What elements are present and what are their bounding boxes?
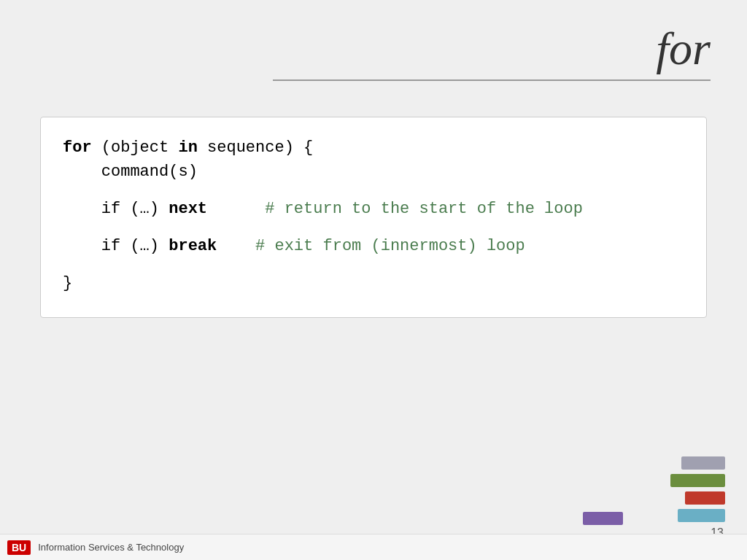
bottom-bar: BU Information Services & Technology <box>0 534 747 560</box>
spacer-3 <box>63 258 684 271</box>
comment-break: # exit from (innermost) loop <box>217 237 525 255</box>
code-sequence: sequence) { <box>198 139 313 157</box>
code-line-command: command(s) <box>63 160 684 184</box>
code-line-break: if (…) break # exit from (innermost) loo… <box>63 234 684 258</box>
title-underline <box>273 79 711 81</box>
slide-title: for <box>273 22 711 76</box>
org-text: Information Services & Technology <box>38 542 184 553</box>
nav-block-blue <box>678 509 725 522</box>
spacer-2 <box>63 221 684 234</box>
code-line-for: for (object in sequence) { <box>63 136 684 160</box>
keyword-next: next <box>169 200 207 218</box>
slide: for for (object in sequence) { command(s… <box>0 0 747 560</box>
code-close-brace: } <box>63 274 72 292</box>
comment-next: # return to the start of the loop <box>207 200 583 218</box>
bu-logo: BU <box>7 540 31 555</box>
code-content: for (object in sequence) { command(s) if… <box>63 136 684 295</box>
nav-block-gray <box>681 456 725 470</box>
code-line-close: } <box>63 271 684 295</box>
spacer-1 <box>63 184 684 197</box>
keyword-for: for <box>63 139 92 157</box>
code-if-next: if (…) <box>63 200 169 218</box>
nav-block-purple <box>583 512 623 525</box>
title-area: for <box>273 22 711 81</box>
code-if-break: if (…) <box>63 237 169 255</box>
nav-blocks <box>670 456 725 531</box>
keyword-break: break <box>169 237 217 255</box>
code-box: for (object in sequence) { command(s) if… <box>40 117 707 318</box>
keyword-in: in <box>178 139 197 157</box>
code-object: (object <box>92 139 179 157</box>
code-command: command(s) <box>63 163 198 181</box>
nav-block-green <box>670 474 725 487</box>
code-line-next: if (…) next # return to the start of the… <box>63 197 684 221</box>
nav-block-red <box>685 491 725 505</box>
